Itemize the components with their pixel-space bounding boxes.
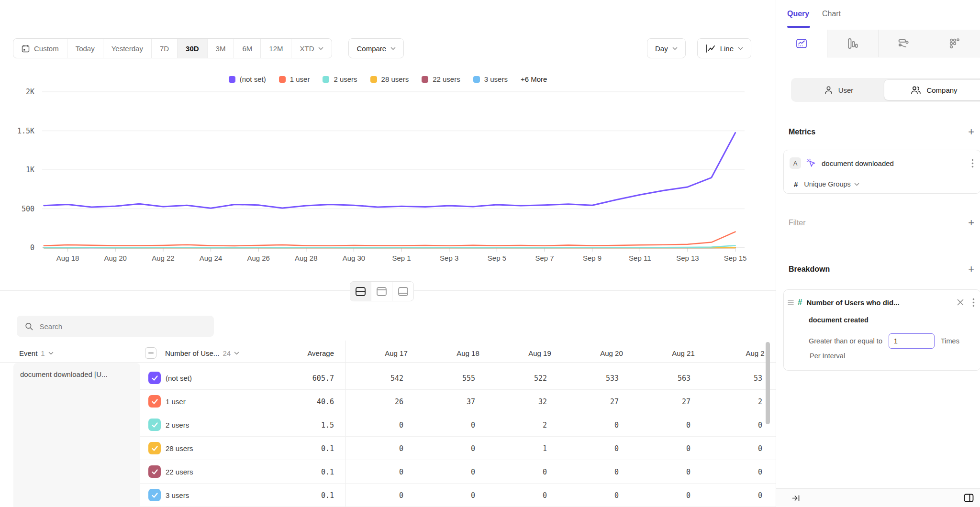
interval-dropdown[interactable]: Day — [647, 38, 686, 58]
event-cell[interactable]: document downloaded [U... — [13, 363, 140, 507]
legend-item[interactable]: 1 user — [279, 75, 310, 83]
range-7d-button[interactable]: 7D — [152, 39, 178, 58]
svg-text:Sep 7: Sep 7 — [535, 254, 554, 262]
date-column-header[interactable]: Aug 17 — [360, 343, 432, 363]
range-today-button[interactable]: Today — [67, 39, 103, 58]
row-checkbox[interactable] — [148, 395, 161, 408]
chart-style-dropdown[interactable]: Line — [697, 38, 751, 58]
legend-item[interactable]: (not set) — [229, 75, 266, 83]
row-checkbox[interactable] — [148, 489, 161, 501]
insights-chart-type-button[interactable] — [776, 30, 827, 57]
aggregation-dropdown[interactable]: Unique Groups — [804, 180, 859, 188]
breakdown-column-header[interactable]: Number of Use... 24 — [165, 343, 239, 363]
breakdown-event-name: document created — [809, 316, 869, 324]
range-30d-button[interactable]: 30D — [178, 39, 208, 58]
condition-value-input[interactable] — [889, 333, 935, 349]
row-value-cell: 0 — [719, 484, 776, 507]
legend-swatch — [323, 76, 329, 83]
add-breakdown-button[interactable]: + — [968, 264, 974, 275]
row-label: 28 users — [166, 437, 193, 460]
row-checkbox[interactable] — [148, 372, 161, 384]
entity-option-company[interactable]: Company — [884, 80, 980, 100]
tab-chart[interactable]: Chart — [822, 0, 841, 28]
search-input[interactable] — [39, 322, 206, 331]
legend-item[interactable]: 28 users — [370, 75, 409, 83]
range-6m-button[interactable]: 6M — [234, 39, 261, 58]
add-metric-button[interactable]: + — [968, 127, 974, 137]
range-xtd-button[interactable]: XTD — [291, 39, 332, 58]
svg-text:Aug 22: Aug 22 — [152, 254, 175, 262]
svg-text:0: 0 — [30, 243, 34, 252]
flows-chart-type-button[interactable] — [878, 30, 929, 57]
tab-query-label: Query — [787, 10, 809, 18]
row-value-cell: 0 — [432, 484, 504, 507]
metric-menu-button[interactable] — [971, 159, 974, 168]
row-average: 0.1 — [255, 484, 334, 507]
range-label: 3M — [216, 44, 226, 53]
remove-breakdown-button[interactable] — [957, 299, 964, 306]
company-icon — [911, 86, 921, 95]
row-value-cell: 32 — [504, 390, 576, 413]
range-12m-button[interactable]: 12M — [261, 39, 291, 58]
entity-company-label: Company — [926, 86, 957, 94]
entity-toggle: User Company — [791, 78, 980, 102]
retention-chart-type-button[interactable] — [929, 30, 980, 57]
chevron-down-icon — [318, 47, 323, 50]
collapse-panel-button[interactable] — [792, 494, 801, 502]
legend-item[interactable]: 22 users — [422, 75, 460, 83]
legend-item[interactable]: 2 users — [323, 75, 357, 83]
legend-item[interactable]: 3 users — [473, 75, 508, 83]
select-all-checkbox[interactable] — [145, 343, 156, 363]
row-value-cell: 0 — [719, 437, 776, 460]
svg-text:Aug 18: Aug 18 — [56, 254, 79, 262]
svg-text:500: 500 — [22, 205, 34, 213]
drag-handle-icon[interactable] — [788, 300, 794, 305]
breakdown-card[interactable]: # Number of Users who did... document cr… — [783, 289, 980, 371]
breakdown-heading: Breakdown — [789, 265, 830, 274]
svg-text:Aug 28: Aug 28 — [295, 254, 318, 262]
date-column-header[interactable]: Aug 20 — [576, 343, 647, 363]
table-only-view-button[interactable] — [392, 282, 413, 301]
row-value-cell: 0 — [504, 460, 576, 484]
chart-only-view-button[interactable] — [371, 282, 392, 301]
chevron-down-icon — [390, 47, 396, 50]
funnels-chart-type-button[interactable] — [827, 30, 878, 57]
flows-icon — [898, 38, 909, 49]
table-row: 1 user40.626373227272 — [140, 390, 776, 413]
toggle-sidebar-button[interactable] — [964, 494, 974, 502]
table-vertical-scrollbar[interactable] — [766, 342, 770, 424]
kebab-menu-icon — [971, 159, 974, 168]
metric-card[interactable]: A document downloaded # Unique Groups — [783, 150, 980, 194]
legend-more-button[interactable]: +6 More — [521, 75, 547, 83]
entity-option-user[interactable]: User — [793, 80, 884, 100]
metrics-section-header: Metrics + — [789, 125, 974, 139]
breakdown-menu-button[interactable] — [972, 298, 975, 307]
legend-label: 3 users — [484, 75, 508, 83]
split-view-button[interactable] — [350, 282, 371, 301]
compare-button[interactable]: Compare — [348, 38, 404, 58]
breakdown-card-header: # Number of Users who did... — [788, 297, 975, 308]
date-column-header[interactable]: Aug 18 — [432, 343, 504, 363]
average-column-header[interactable]: Average — [268, 343, 334, 363]
metric-event-name: document downloaded — [822, 159, 966, 167]
range-yesterday-button[interactable]: Yesterday — [103, 39, 152, 58]
row-value-cell: 533 — [576, 366, 647, 390]
date-column-header[interactable]: Aug 21 — [647, 343, 719, 363]
row-checkbox[interactable] — [148, 442, 161, 454]
toolbar-right-group: Day Line — [647, 38, 751, 58]
row-value-cell: 0 — [576, 437, 647, 460]
check-icon — [151, 422, 158, 428]
range-custom-button[interactable]: Custom — [13, 39, 67, 58]
row-checkbox[interactable] — [148, 465, 161, 478]
svg-text:1.5K: 1.5K — [17, 127, 34, 135]
add-filter-button[interactable]: + — [968, 218, 974, 228]
tab-query[interactable]: Query — [787, 0, 809, 28]
row-checkbox[interactable] — [148, 419, 161, 431]
row-label: 2 users — [166, 413, 189, 437]
panel-bottom-icon — [398, 287, 409, 297]
event-column-header[interactable]: Event 1 — [19, 343, 54, 363]
date-column-header[interactable]: Aug 19 — [504, 343, 576, 363]
average-column-label: Average — [307, 349, 334, 357]
chart-style-label: Line — [720, 44, 734, 53]
range-3m-button[interactable]: 3M — [208, 39, 234, 58]
